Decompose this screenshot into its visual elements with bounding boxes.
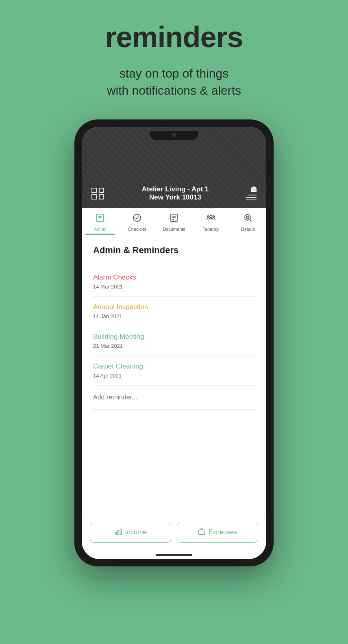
expenses-icon: [198, 528, 205, 537]
checklist-icon: [132, 213, 142, 225]
svg-rect-16: [117, 531, 119, 535]
svg-rect-18: [198, 530, 204, 534]
details-icon: [243, 213, 253, 225]
reminder-item-annual[interactable]: Annual Inspection 14 Jan 2021: [93, 297, 255, 326]
section-title: Admin & Reminders: [93, 245, 255, 256]
reminder-item-alarm[interactable]: Alarm Checks 14 Mar 2021: [93, 267, 255, 297]
reminder-date-alarm: 14 Mar 2021: [93, 284, 255, 290]
income-label: Income: [125, 529, 146, 536]
tab-admin-label: Admin: [94, 227, 107, 232]
menu-line-2: [246, 197, 257, 198]
admin-icon: [95, 213, 105, 225]
tenancy-icon: [206, 213, 216, 225]
property-name: Atelier Living - Apt 1: [142, 185, 209, 193]
property-address: New York 10013: [142, 193, 209, 202]
home-indicator: [82, 551, 266, 559]
grid-icon[interactable]: [91, 188, 104, 199]
reminder-name-building: Building Meeting: [93, 333, 255, 341]
tab-documents[interactable]: Documents: [156, 208, 193, 235]
svg-rect-15: [115, 532, 116, 535]
tab-tenancy-label: Tenancy: [202, 227, 219, 232]
svg-point-11: [213, 216, 215, 217]
page-title: reminders: [105, 20, 243, 54]
svg-point-4: [133, 214, 141, 221]
content-area: Admin & Reminders Alarm Checks 14 Mar 20…: [82, 235, 266, 516]
app-header-bg: Atelier Living - Apt 1 New York 10013: [82, 127, 266, 208]
camera: [172, 133, 176, 137]
svg-point-14: [246, 216, 249, 219]
phone-frame: Atelier Living - Apt 1 New York 10013: [74, 119, 274, 566]
svg-rect-17: [120, 529, 121, 535]
phone-notch: [150, 131, 198, 140]
tab-details[interactable]: Details: [229, 208, 266, 235]
tab-details-label: Details: [241, 227, 255, 232]
app-header: Atelier Living - Apt 1 New York 10013: [82, 178, 266, 208]
svg-point-9: [210, 215, 212, 218]
reminder-name-annual: Annual Inspection: [93, 303, 255, 311]
bottom-buttons: Income Expenses: [82, 516, 266, 551]
svg-point-12: [245, 215, 250, 220]
menu-line-person: [251, 186, 257, 192]
tab-admin[interactable]: Admin: [82, 208, 119, 235]
tab-bar: Admin Checklist: [82, 208, 266, 235]
add-reminder-input[interactable]: [93, 394, 255, 401]
menu-line-3: [246, 199, 257, 200]
reminder-date-carpet: 14 Apr 2021: [93, 373, 255, 379]
page-subtitle: stay on top of things with notifications…: [107, 65, 241, 99]
home-bar: [156, 554, 192, 556]
tab-checklist-label: Checklist: [128, 227, 146, 232]
svg-line-13: [250, 220, 252, 222]
income-icon: [115, 528, 122, 537]
documents-icon: [169, 213, 179, 225]
expenses-label: Expenses: [209, 529, 237, 536]
add-reminder[interactable]: [93, 386, 255, 410]
reminder-date-building: 21 Mar 2021: [93, 343, 255, 349]
tab-documents-label: Documents: [163, 227, 185, 232]
reminder-name-alarm: Alarm Checks: [93, 273, 255, 282]
reminder-date-annual: 14 Jan 2021: [93, 313, 255, 319]
tab-checklist[interactable]: Checklist: [119, 208, 156, 235]
tab-tenancy[interactable]: Tenancy: [192, 208, 229, 235]
income-button[interactable]: Income: [90, 522, 171, 543]
reminder-name-carpet: Carpet Cleaning: [93, 362, 255, 371]
reminder-item-carpet[interactable]: Carpet Cleaning 14 Apr 2021: [93, 356, 255, 386]
menu-icon[interactable]: [246, 186, 257, 200]
menu-line-1: [248, 195, 257, 195]
expenses-button[interactable]: Expenses: [177, 522, 258, 543]
svg-point-10: [207, 216, 209, 217]
reminder-item-building[interactable]: Building Meeting 21 Mar 2021: [93, 326, 255, 356]
header-title: Atelier Living - Apt 1 New York 10013: [142, 185, 209, 202]
